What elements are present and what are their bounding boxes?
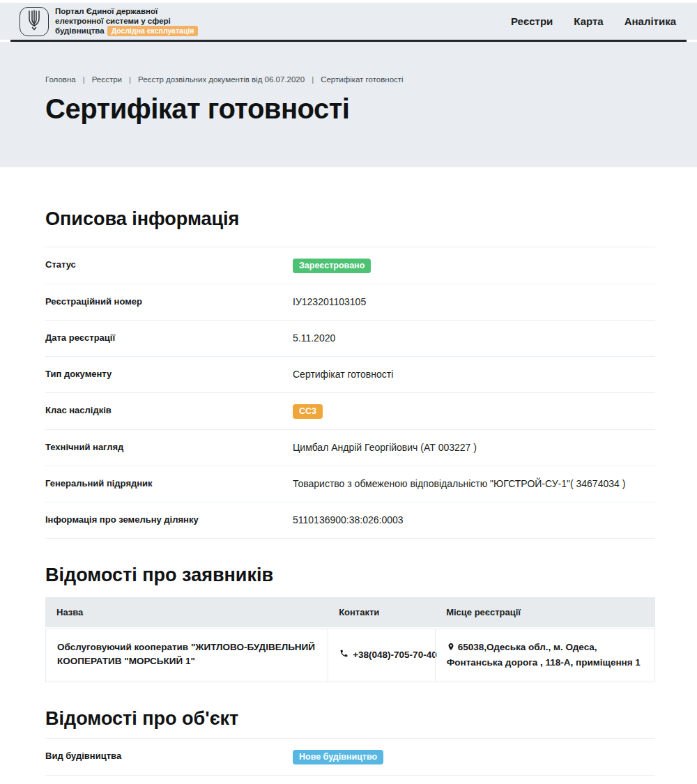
row-value: ІУ123201103105 <box>293 295 366 309</box>
section-title-descriptive: Описова інформація <box>45 208 655 230</box>
consequence-class-badge: СС3 <box>293 404 323 419</box>
site-header: Портал Єдиної державної електронної сист… <box>0 3 697 40</box>
brand-title: Портал Єдиної державної електронної сист… <box>55 6 198 37</box>
brand-line-2: електронної системи у сфері <box>55 16 198 26</box>
row-document-type: Тип документу Сертифікат готовності <box>45 357 655 393</box>
col-header-name: Назва <box>45 597 328 627</box>
applicant-contact: +38(048)-705-70-40 <box>328 629 435 682</box>
row-label: Клас наслідків <box>45 403 293 417</box>
row-label: Тип документу <box>45 367 293 381</box>
construction-type-badge: Нове будівництво <box>293 750 383 764</box>
row-label: Генеральний підрядник <box>45 477 293 490</box>
applicant-address: 65038,Одеська обл., м. Одеса, Фонтанська… <box>435 629 654 682</box>
section-title-object: Відомості про об'єкт <box>45 707 655 730</box>
nav-registries[interactable]: Реєстри <box>511 15 553 27</box>
section-title-applicants: Відомості про заявників <box>45 564 655 586</box>
breadcrumb: Головна | Реєстри | Реєстр дозвільних до… <box>45 75 652 84</box>
applicant-name: Обслуговуючий кооператив "ЖИТЛОВО-БУДІВЕ… <box>46 629 328 682</box>
breadcrumb-separator: | <box>129 75 131 84</box>
row-registration-number: Реєстраційний номер ІУ123201103105 <box>45 284 655 321</box>
env-badge: Дослідна експлуатація <box>107 26 199 37</box>
row-label: Статус <box>45 258 293 271</box>
row-label: Вид будівництва <box>45 749 293 762</box>
row-technical-supervision: Технічний нагляд Цимбал Андрій Георгійов… <box>45 430 655 466</box>
breadcrumb-home[interactable]: Головна <box>45 75 76 84</box>
row-general-contractor: Генеральний підрядник Товариство з обмеж… <box>45 466 655 502</box>
row-label: Технічний нагляд <box>45 440 293 454</box>
row-land-parcel-info: Інформація про земельну ділянку 51101369… <box>45 502 655 539</box>
row-status: Статус Зареєстровано <box>45 247 655 284</box>
row-label: Реєстраційний номер <box>45 295 293 308</box>
row-value: 5.11.2020 <box>293 331 335 346</box>
map-pin-icon <box>447 642 455 656</box>
row-label: Інформація про земельну ділянку <box>45 513 293 526</box>
breadcrumb-separator: | <box>83 75 85 84</box>
row-registration-date: Дата реєстрації 5.11.2020 <box>45 321 655 357</box>
breadcrumb-registries[interactable]: Реєстри <box>92 75 122 84</box>
breadcrumb-registry-permits[interactable]: Реєстр дозвільних документів від 06.07.2… <box>138 75 305 84</box>
brand-line-1: Портал Єдиної державної <box>55 6 198 16</box>
hero-section: Головна | Реєстри | Реєстр дозвільних до… <box>0 42 697 167</box>
breadcrumb-current: Сертифікат готовності <box>321 75 404 84</box>
page-title: Сертифікат готовності <box>45 93 652 125</box>
row-label: Дата реєстрації <box>45 331 293 344</box>
row-object-name: Назва об'єкта будівництва Будівництво ба… <box>45 776 655 784</box>
nav-analytics[interactable]: Аналітика <box>625 15 676 27</box>
col-header-registration-place: Місце реєстрації <box>435 597 655 627</box>
site-logo[interactable] <box>20 7 49 36</box>
status-badge: Зареєстровано <box>293 259 371 273</box>
ukraine-trident-icon <box>26 10 43 33</box>
row-value: Сертифікат готовності <box>293 367 393 382</box>
row-value: Товариство з обмеженою відповідальністю … <box>293 477 625 491</box>
phone-handset-icon <box>339 648 348 662</box>
nav-map[interactable]: Карта <box>574 15 603 27</box>
applicants-table-header: Назва Контакти Місце реєстрації <box>45 597 655 627</box>
breadcrumb-separator: | <box>312 75 314 84</box>
applicants-table: Назва Контакти Місце реєстрації Обслугов… <box>45 597 655 682</box>
row-consequence-class: Клас наслідків СС3 <box>45 393 655 430</box>
row-construction-type: Вид будівництва Нове будівництво <box>45 739 655 776</box>
main-content: Описова інформація Статус Зареєстровано … <box>0 167 697 784</box>
col-header-contacts: Контакти <box>328 597 435 627</box>
applicant-phone-link[interactable]: +38(048)-705-70-40 <box>353 648 436 662</box>
brand-line-3: будівництваДослідна експлуатація <box>55 26 198 37</box>
applicant-address-text: 65038,Одеська обл., м. Одеса, Фонтанська… <box>447 642 641 668</box>
main-nav: Реєстри Карта Аналітика <box>511 15 676 27</box>
row-value: 5110136900:38:026:0003 <box>293 513 404 528</box>
applicant-table-row: Обслуговуючий кооператив "ЖИТЛОВО-БУДІВЕ… <box>45 629 655 682</box>
row-value: Цимбал Андрій Георгійович (АТ 003227 ) <box>293 440 477 455</box>
